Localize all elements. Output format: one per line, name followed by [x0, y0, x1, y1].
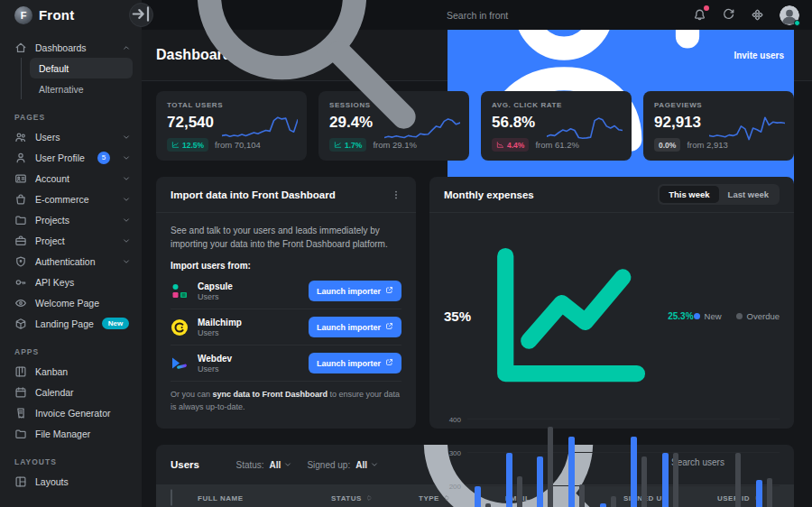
- this-week-button[interactable]: This week: [660, 186, 718, 203]
- bar-overdue[interactable]: [767, 478, 772, 507]
- sidebar-item-label: Calendar: [35, 387, 131, 398]
- column-header-full-name: FULL NAME: [198, 494, 331, 502]
- kebab-menu-icon[interactable]: [391, 189, 401, 200]
- bar-new[interactable]: [662, 453, 669, 507]
- bar-new[interactable]: [568, 437, 575, 507]
- chevron-down-icon: [122, 257, 131, 266]
- bar-overdue[interactable]: [673, 453, 678, 507]
- import-row-text: CapsuleUsers: [198, 281, 300, 301]
- sidebar-section-heading-layouts: LAYOUTS: [0, 457, 142, 466]
- sidebar-item-label: User Profile: [35, 152, 89, 163]
- sidebar-item-user-profile[interactable]: User Profile5: [0, 147, 142, 168]
- sidebar-item-label: Dashboards: [35, 42, 114, 53]
- status-filter[interactable]: Status: All: [235, 460, 292, 470]
- bar-group-may-1: [467, 419, 499, 507]
- bar-new[interactable]: [537, 456, 543, 507]
- bar-new[interactable]: [475, 486, 481, 507]
- chart-plot: [467, 419, 780, 507]
- briefcase-icon: [14, 235, 27, 247]
- sidebar-nav: DashboardsDefaultAlternativePAGESUsersUs…: [0, 30, 142, 507]
- sidebar-item-welcome-page[interactable]: Welcome Page: [0, 292, 142, 313]
- launch-importer-button[interactable]: Launch importer: [309, 281, 401, 301]
- sidebar-item-label: Account: [35, 173, 114, 184]
- sidebar-item-kanban[interactable]: Kanban: [0, 361, 142, 382]
- legend-item-new[interactable]: New: [694, 311, 722, 321]
- legend-item-overdue[interactable]: Overdue: [736, 311, 780, 321]
- bar-new[interactable]: [631, 437, 637, 507]
- bell-icon[interactable]: [693, 8, 706, 22]
- search-input[interactable]: [447, 10, 645, 21]
- bar-overdue[interactable]: [735, 453, 741, 507]
- last-week-button[interactable]: Last week: [719, 186, 778, 203]
- bar-overdue[interactable]: [517, 476, 522, 507]
- sidebar-item-projects[interactable]: Projects: [0, 209, 142, 230]
- bar-overdue[interactable]: [548, 427, 553, 507]
- calendar-icon: [14, 386, 27, 399]
- sidebar-item-api-keys[interactable]: API Keys: [0, 272, 142, 292]
- sidebar-section-heading-pages: PAGES: [0, 113, 142, 122]
- bar-overdue[interactable]: [579, 484, 585, 507]
- sidebar-item-label: Project: [35, 235, 114, 246]
- search-icon: [167, 0, 438, 151]
- sidebar-item-alternative[interactable]: Alternative: [21, 78, 133, 99]
- expenses-headline: 35%: [444, 309, 471, 324]
- import-source-sub: Users: [198, 328, 300, 337]
- brand-logo[interactable]: F Front: [0, 0, 142, 30]
- sidebar-item-users[interactable]: Users: [0, 126, 142, 147]
- import-card-title: Import data into Front Dashboard: [171, 189, 336, 200]
- chevron-down-icon: [122, 133, 131, 142]
- bar-new[interactable]: [756, 480, 762, 507]
- sidebar-item-default[interactable]: Default: [21, 58, 133, 78]
- bar-new[interactable]: [506, 453, 512, 507]
- import-card: Import data into Front Dashboard See and…: [156, 177, 416, 429]
- chevron-up-icon: [122, 43, 131, 52]
- sidebar-item-project[interactable]: Project: [0, 230, 142, 251]
- legend-label: Overdue: [747, 311, 780, 321]
- signed-up-filter[interactable]: Signed up: All: [307, 460, 379, 470]
- select-all-checkbox[interactable]: [171, 489, 172, 506]
- chevron-down-icon: [122, 195, 131, 204]
- sidebar-item-calendar[interactable]: Calendar: [0, 382, 142, 402]
- bar-overdue[interactable]: [611, 496, 616, 507]
- sidebar-item-file-manager[interactable]: File Manager: [0, 423, 142, 444]
- bar-group-may-3: [530, 419, 561, 507]
- widgets-icon[interactable]: [751, 8, 764, 22]
- sidebar-item-account[interactable]: Account: [0, 168, 142, 189]
- chevron-down-icon: [122, 174, 131, 183]
- launch-importer-button[interactable]: Launch importer: [309, 353, 401, 373]
- idcard-icon: [14, 172, 27, 185]
- import-source-name: Capsule: [198, 281, 300, 292]
- sidebar-item-authentication[interactable]: Authentication: [0, 251, 142, 272]
- import-subtitle: Import users from:: [171, 261, 401, 271]
- bar-new[interactable]: [600, 503, 606, 507]
- column-header-status[interactable]: STATUS: [331, 494, 419, 502]
- launch-importer-button[interactable]: Launch importer: [309, 317, 401, 337]
- sidebar-item-invoice-generator[interactable]: Invoice Generator: [0, 402, 142, 423]
- bars-row: [467, 419, 780, 507]
- invite-users-label: Invite users: [734, 51, 784, 60]
- sidebar-item-layouts[interactable]: Layouts: [0, 471, 142, 492]
- bar-overdue[interactable]: [485, 503, 491, 507]
- trend-up-icon: [477, 221, 665, 410]
- refresh-icon[interactable]: [722, 8, 735, 22]
- sort-icon[interactable]: [365, 494, 373, 502]
- monthly-expenses-card: Monthly expenses This week Last week 35%…: [429, 177, 794, 429]
- sidebar-item-e-commerce[interactable]: E-commerce: [0, 189, 142, 209]
- users-title: Users: [171, 459, 199, 470]
- avatar[interactable]: [780, 5, 799, 25]
- sync-data-link[interactable]: sync data to Front Dashboard: [213, 390, 328, 399]
- bar-group-may-4: [561, 419, 593, 507]
- sidebar-item-label: Projects: [35, 215, 114, 226]
- folder-icon: [14, 214, 27, 226]
- bag-icon: [14, 193, 27, 206]
- sidebar-collapse-button[interactable]: [129, 3, 153, 27]
- import-source-sub: Users: [198, 292, 300, 301]
- bar-chart: 4003002001000: [444, 419, 780, 507]
- import-row-webdev: WebdevUsersLaunch importer: [171, 346, 401, 382]
- sidebar-item-landing-page[interactable]: Landing PageNew: [0, 313, 142, 334]
- y-tick-label: 200: [449, 483, 461, 491]
- sidebar-item-dashboards[interactable]: Dashboards: [0, 37, 142, 58]
- external-link-icon: [385, 358, 393, 368]
- legend-dot: [694, 313, 700, 319]
- bar-overdue[interactable]: [641, 456, 647, 507]
